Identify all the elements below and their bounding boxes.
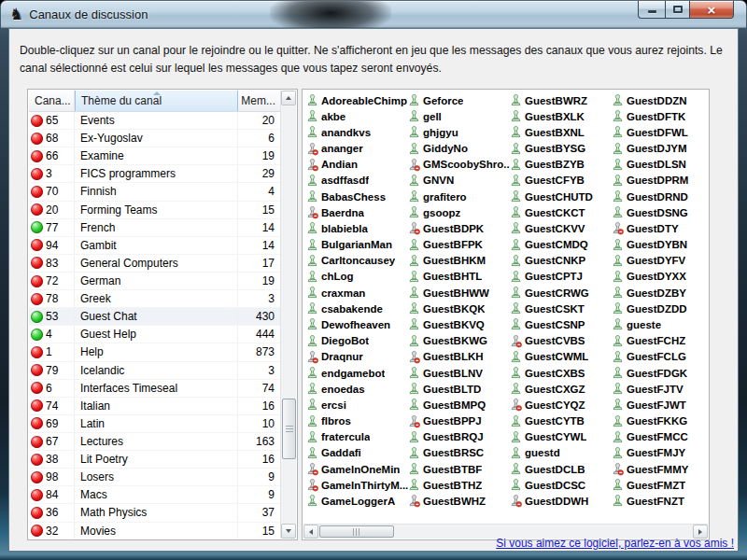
user-item[interactable]: Gaddafi: [306, 445, 408, 461]
user-item[interactable]: GuestDRND: [612, 189, 708, 204]
user-item[interactable]: GuestCHUTD: [510, 189, 612, 204]
user-item[interactable]: GuestBTHZ: [408, 477, 510, 493]
channel-row[interactable]: 20 Forming Teams 15: [29, 202, 282, 219]
user-item[interactable]: GuestDCSC: [510, 477, 612, 493]
channel-row[interactable]: 66 Examine 19: [29, 147, 282, 165]
user-item[interactable]: GuestBRSC: [408, 445, 510, 461]
user-item[interactable]: GuestBHTL: [408, 269, 510, 285]
user-item[interactable]: GameLoggerA: [306, 493, 408, 509]
channel-row[interactable]: 3 FICS programmers 29: [29, 165, 282, 183]
user-item[interactable]: craxman: [306, 285, 408, 301]
user-item[interactable]: GuestBTBF: [408, 461, 510, 477]
channel-row[interactable]: 94 Gambit 14: [29, 237, 282, 255]
user-item[interactable]: GuestDFTK: [612, 108, 708, 124]
user-item[interactable]: GuestFMMY: [612, 461, 708, 477]
share-link[interactable]: Si vous aimez ce logiciel, parlez-en à v…: [496, 537, 734, 550]
user-item[interactable]: flbros: [306, 413, 408, 428]
user-item[interactable]: GuestBXNL: [510, 124, 612, 140]
channels-vertical-scrollbar[interactable]: [280, 91, 296, 539]
user-item[interactable]: Dewofheaven: [306, 316, 408, 332]
user-item[interactable]: ercsi: [306, 397, 408, 413]
user-item[interactable]: Draqnur: [306, 349, 408, 365]
user-item[interactable]: GuestBHKM: [408, 253, 510, 269]
user-item[interactable]: GuestFKKG: [612, 413, 708, 428]
titlebar[interactable]: ♞ Canaux de discussion ×: [1, 1, 746, 28]
user-item[interactable]: GMScoobyShro...: [408, 157, 510, 173]
channel-row[interactable]: 1 Help 873: [29, 343, 282, 361]
user-item[interactable]: GuestFJTV: [612, 381, 708, 397]
user-item[interactable]: GuestCXBS: [510, 365, 612, 381]
channel-row[interactable]: 36 Math Physics 37: [29, 504, 282, 522]
user-item[interactable]: GuestBKQK: [408, 301, 510, 316]
user-item[interactable]: GNVN: [408, 173, 510, 189]
user-item[interactable]: GuestCYQZ: [510, 397, 612, 413]
user-item[interactable]: GuestCXGZ: [510, 381, 612, 397]
user-item[interactable]: GuestBPPJ: [408, 413, 510, 428]
user-item[interactable]: GameInOneMin: [306, 461, 408, 477]
user-item[interactable]: fratercula: [306, 429, 408, 445]
user-item[interactable]: GuestDYFV: [612, 253, 708, 269]
user-item[interactable]: grafitero: [408, 189, 510, 204]
channel-row[interactable]: 4 Guest Help 444: [29, 326, 282, 343]
user-item[interactable]: GuestFCHZ: [612, 333, 708, 349]
user-item[interactable]: GuestDSNG: [612, 204, 708, 220]
user-item[interactable]: GuestFNZT: [612, 493, 708, 509]
user-item[interactable]: GuestCKVV: [510, 220, 612, 236]
channel-row[interactable]: 53 Guest Chat 430: [29, 308, 282, 326]
user-item[interactable]: GuestBWHZ: [408, 493, 510, 509]
user-item[interactable]: GuestDJYM: [612, 141, 708, 157]
user-item[interactable]: GiddyNo: [408, 141, 510, 157]
maximize-button[interactable]: [665, 1, 690, 19]
channel-row[interactable]: 79 Icelandic 3: [29, 362, 282, 380]
channel-row[interactable]: 67 Lectures 163: [29, 433, 282, 451]
user-item[interactable]: GuestBYSG: [510, 141, 612, 157]
user-item[interactable]: GuestCKCT: [510, 204, 612, 220]
channel-row[interactable]: 78 Greek 3: [29, 290, 282, 308]
scroll-left-button[interactable]: [303, 525, 318, 539]
user-item[interactable]: GameInThirtyM...: [306, 477, 408, 493]
user-item[interactable]: GuestBXLK: [510, 108, 612, 124]
column-header-channel[interactable]: Cana...: [29, 91, 75, 111]
user-item[interactable]: guestd: [510, 445, 612, 461]
user-item[interactable]: GuestFMJY: [612, 445, 708, 461]
user-item[interactable]: GuestFJWT: [612, 397, 708, 413]
user-item[interactable]: enoedas: [306, 381, 408, 397]
user-item[interactable]: GuestBKVQ: [408, 316, 510, 332]
user-item[interactable]: GuestCFYB: [510, 173, 612, 189]
channel-row[interactable]: 83 General Computers 17: [29, 255, 282, 273]
channel-row[interactable]: 77 French 14: [29, 219, 282, 237]
user-item[interactable]: GuestBRQJ: [408, 429, 510, 445]
channel-row[interactable]: 32 Movies 15: [29, 523, 282, 539]
user-item[interactable]: GuestBZYB: [510, 157, 612, 173]
user-item[interactable]: GuestFMCC: [612, 429, 708, 445]
user-item[interactable]: GuestBLNV: [408, 365, 510, 381]
user-item[interactable]: GuestDDZN: [612, 92, 708, 108]
user-item[interactable]: DiegoBot: [306, 333, 408, 349]
user-item[interactable]: GuestBMPQ: [408, 397, 510, 413]
user-item[interactable]: Baerdna: [306, 204, 408, 220]
user-item[interactable]: BabasChess: [306, 189, 408, 204]
user-item[interactable]: GuestBLKH: [408, 349, 510, 365]
channel-row[interactable]: 6 Interfaces Timeseal 74: [29, 380, 282, 398]
user-item[interactable]: Andian: [306, 157, 408, 173]
user-item[interactable]: GuestDFWL: [612, 124, 708, 140]
user-item[interactable]: GuestCWML: [510, 349, 612, 365]
user-item[interactable]: GuestBLTD: [408, 381, 510, 397]
column-header-theme[interactable]: Thème du canal: [75, 91, 238, 111]
user-item[interactable]: blabiebla: [306, 220, 408, 236]
column-header-members[interactable]: Mem...: [238, 91, 282, 111]
user-item[interactable]: GuestDZBY: [612, 285, 708, 301]
user-item[interactable]: GuestDDWH: [510, 493, 612, 509]
user-item[interactable]: BulgarianMan: [306, 237, 408, 253]
user-item[interactable]: chLog: [306, 269, 408, 285]
user-item[interactable]: AdoreableChimp: [306, 92, 408, 108]
user-item[interactable]: ananger: [306, 141, 408, 157]
user-item[interactable]: GuestCSNP: [510, 316, 612, 332]
user-item[interactable]: endgamebot: [306, 365, 408, 381]
user-item[interactable]: GuestCMDQ: [510, 237, 612, 253]
user-item[interactable]: gell: [408, 108, 510, 124]
channel-row[interactable]: 38 Lit Poetry 16: [29, 451, 282, 469]
user-item[interactable]: GuestCYWL: [510, 429, 612, 445]
channel-row[interactable]: 65 Events 20: [29, 112, 282, 130]
user-item[interactable]: gsoopz: [408, 204, 510, 220]
